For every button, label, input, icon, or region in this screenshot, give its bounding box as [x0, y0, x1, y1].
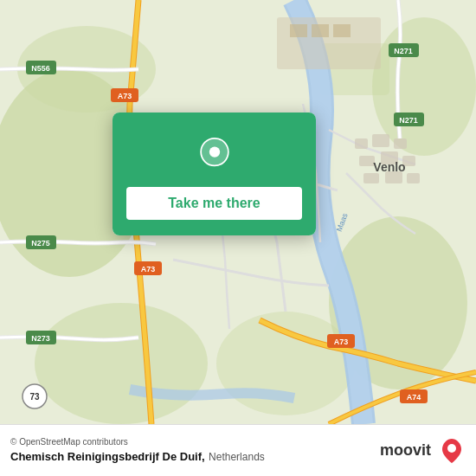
svg-text:A73: A73	[334, 338, 349, 346]
take-me-there-button[interactable]: Take me there	[126, 187, 302, 220]
svg-point-47	[447, 444, 456, 453]
location-info: Chemisch Reinigingsbedrijf De Duif, Neth…	[10, 448, 265, 464]
location-title: Chemisch Reinigingsbedrijf De Duif,	[10, 450, 205, 463]
svg-rect-20	[407, 173, 420, 183]
popup-green-section: Take me there	[113, 113, 316, 235]
moovit-logo: moovit	[380, 437, 466, 465]
moovit-brand-icon	[438, 437, 466, 465]
svg-text:A73: A73	[141, 265, 156, 273]
svg-rect-14	[394, 138, 407, 149]
popup-card: Take me there	[113, 113, 316, 235]
footer-bar: © OpenStreetMap contributors Chemisch Re…	[0, 424, 476, 476]
svg-point-46	[209, 146, 219, 157]
svg-text:N275: N275	[31, 239, 50, 248]
svg-rect-12	[355, 138, 368, 149]
footer-info: © OpenStreetMap contributors Chemisch Re…	[10, 437, 265, 464]
svg-text:Venlo: Venlo	[373, 160, 405, 174]
svg-text:A73: A73	[118, 92, 132, 100]
map-container[interactable]: A73 A73 A73 A73 A74 N556 N275 N273 N271 …	[0, 0, 476, 424]
svg-text:N271: N271	[394, 47, 413, 55]
moovit-text: moovit	[380, 441, 431, 460]
svg-text:N556: N556	[31, 64, 50, 73]
svg-rect-18	[363, 173, 379, 183]
location-pin-icon	[196, 137, 234, 175]
svg-text:73: 73	[29, 392, 40, 402]
svg-rect-10	[312, 24, 329, 37]
svg-text:N273: N273	[31, 334, 50, 343]
svg-rect-13	[372, 134, 389, 147]
location-subtitle: Netherlands	[209, 451, 265, 463]
svg-text:A74: A74	[407, 393, 421, 402]
svg-rect-11	[333, 24, 351, 37]
svg-rect-15	[359, 156, 375, 166]
svg-rect-9	[290, 24, 307, 37]
svg-text:N271: N271	[399, 116, 418, 125]
copyright-text: © OpenStreetMap contributors	[10, 437, 265, 447]
svg-point-4	[35, 303, 208, 424]
